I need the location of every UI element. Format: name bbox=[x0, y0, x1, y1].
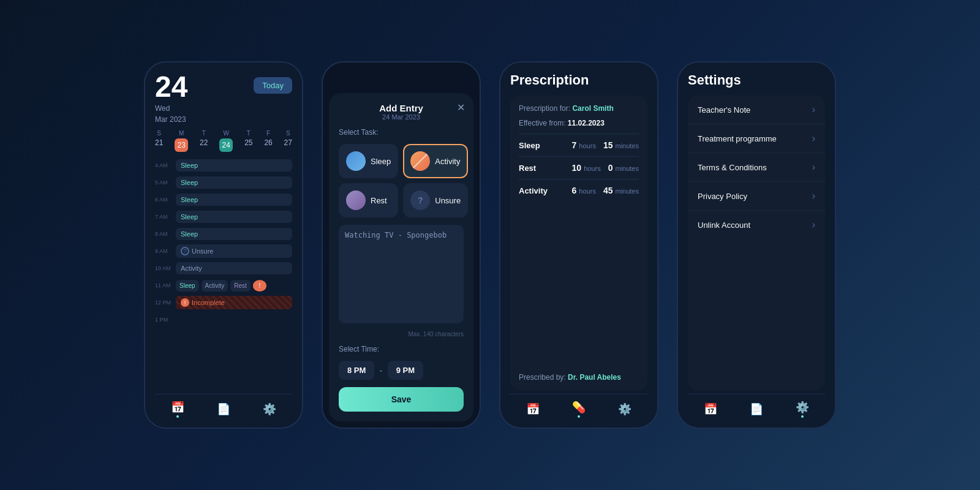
time-row: 5 AM Sleep bbox=[155, 175, 292, 190]
sleep-task-button[interactable]: Sleep bbox=[339, 144, 398, 178]
nav-calendar[interactable]: 📅 bbox=[171, 401, 184, 418]
save-button[interactable]: Save bbox=[339, 387, 464, 412]
modal-date: 24 Mar 2023 bbox=[339, 113, 464, 121]
month-year: Mar 2023 bbox=[155, 115, 187, 124]
time-separator: - bbox=[379, 365, 382, 376]
sleep-block: Sleep bbox=[176, 211, 292, 223]
time-selector: 8 PM - 9 PM bbox=[339, 361, 464, 380]
chevron-right-icon: › bbox=[812, 104, 815, 115]
nav-document[interactable]: 📄 bbox=[750, 402, 763, 416]
unsure-task-button[interactable]: ? Unsure bbox=[403, 183, 468, 217]
nav-settings[interactable]: ⚙️ bbox=[796, 401, 809, 418]
nav-settings[interactable]: ⚙️ bbox=[618, 402, 631, 416]
settings-card: Teacher's Note › Treatment programme › T… bbox=[688, 96, 825, 390]
sleep-block: Sleep bbox=[176, 194, 292, 206]
today-button[interactable]: Today bbox=[254, 77, 292, 94]
day-number: 24 bbox=[155, 72, 187, 102]
sleep-block: Sleep bbox=[176, 176, 292, 189]
phone-settings: Settings Teacher's Note › Treatment prog… bbox=[677, 61, 836, 429]
chevron-right-icon: › bbox=[812, 190, 815, 202]
pill-icon: 💊 bbox=[572, 401, 586, 414]
week-day-sat[interactable]: S 27 bbox=[284, 130, 292, 152]
sleep-block: Sleep bbox=[176, 228, 292, 240]
prescribed-by: Prescribed by: Dr. Paul Abeles bbox=[519, 373, 639, 382]
week-day-mon[interactable]: M 23 bbox=[175, 130, 188, 152]
char-limit-label: Max. 140 characters bbox=[339, 331, 464, 337]
sleep-prescription-row: Sleep 7 hours 15 minutes bbox=[519, 140, 639, 150]
time-row: 10 AM Activity bbox=[155, 261, 292, 276]
week-day-sun[interactable]: S 21 bbox=[155, 130, 163, 152]
week-day-wed[interactable]: W 24 bbox=[219, 130, 233, 152]
date-display: 24 Wed Mar 2023 bbox=[155, 72, 187, 124]
gear-icon: ⚙️ bbox=[796, 401, 809, 414]
task-grid: Sleep Activity Rest ? Unsure bbox=[339, 144, 464, 217]
phone-nav: 📅 💊 ⚙️ bbox=[510, 394, 647, 418]
rest-task-icon bbox=[346, 190, 366, 210]
nav-calendar[interactable]: 📅 bbox=[526, 402, 540, 416]
time-row: 4 AM Sleep bbox=[155, 158, 292, 173]
week-day-thu[interactable]: T 25 bbox=[244, 130, 252, 152]
chevron-right-icon: › bbox=[812, 162, 815, 173]
gear-icon: ⚙️ bbox=[263, 403, 276, 415]
modal-header: Add Entry 24 Mar 2023 ✕ bbox=[339, 103, 464, 121]
incomplete-block: ! Incomplete bbox=[176, 296, 292, 309]
time-row: 12 PM ! Incomplete bbox=[155, 295, 292, 310]
unsure-task-icon: ? bbox=[410, 190, 430, 210]
time-row: 8 AM Sleep bbox=[155, 227, 292, 241]
prescription-effective: Effective from: 11.02.2023 bbox=[519, 119, 639, 127]
settings-item-unlink[interactable]: Unlink Account › bbox=[688, 211, 825, 239]
phone-add-entry: Add Entry 24 Mar 2023 ✕ Select Task: Sle… bbox=[322, 61, 481, 429]
modal-title: Add Entry bbox=[339, 103, 464, 113]
nav-settings[interactable]: ⚙️ bbox=[263, 402, 276, 416]
time-end-box[interactable]: 9 PM bbox=[388, 361, 423, 380]
rest-task-button[interactable]: Rest bbox=[339, 183, 398, 217]
activity-task-button[interactable]: Activity bbox=[403, 144, 468, 178]
settings-item-terms[interactable]: Terms & Conditions › bbox=[688, 153, 825, 182]
settings-item-treatment[interactable]: Treatment programme › bbox=[688, 124, 825, 153]
settings-item-privacy[interactable]: Privacy Policy › bbox=[688, 182, 825, 211]
activity-description-input[interactable]: Watching TV - Spongebob bbox=[339, 225, 464, 323]
document-icon: 📄 bbox=[750, 403, 763, 415]
multi-block-row: Sleep Activity Rest ! bbox=[176, 280, 292, 292]
phone-prescription: Prescription Prescription for: Carol Smi… bbox=[499, 61, 658, 429]
phone-calendar: 24 Wed Mar 2023 Today S 21 M 23 T 22 W 2… bbox=[144, 61, 303, 429]
week-day-tue[interactable]: T 22 bbox=[200, 130, 208, 152]
sleep-block: Sleep bbox=[176, 159, 292, 172]
activity-block: Activity bbox=[176, 262, 292, 274]
prescription-title: Prescription bbox=[510, 72, 647, 88]
close-button[interactable]: ✕ bbox=[457, 102, 465, 113]
divider bbox=[519, 156, 639, 157]
calendar-icon: 📅 bbox=[526, 403, 540, 415]
calendar-header: 24 Wed Mar 2023 Today bbox=[155, 72, 292, 124]
prescription-card: Prescription for: Carol Smith Effective … bbox=[510, 96, 647, 390]
phone-nav: 📅 📄 ⚙️ bbox=[688, 394, 825, 418]
settings-title: Settings bbox=[688, 72, 825, 88]
sleep-task-icon bbox=[346, 151, 366, 171]
calendar-icon: 📅 bbox=[171, 401, 184, 414]
rest-prescription-row: Rest 10 hours 0 minutes bbox=[519, 163, 639, 173]
nav-document[interactable]: 📄 bbox=[217, 402, 230, 416]
settings-item-teachers-note[interactable]: Teacher's Note › bbox=[688, 96, 825, 124]
activity-task-icon bbox=[410, 151, 430, 171]
time-row: 6 AM Sleep bbox=[155, 192, 292, 207]
calendar-icon: 📅 bbox=[704, 403, 717, 415]
nav-pill[interactable]: 💊 bbox=[572, 401, 586, 418]
time-row: 7 AM Sleep bbox=[155, 209, 292, 224]
time-row: 11 AM Sleep Activity Rest ! bbox=[155, 278, 292, 293]
divider bbox=[519, 179, 639, 179]
select-task-label: Select Task: bbox=[339, 128, 464, 137]
activity-prescription-row: Activity 6 hours 45 minutes bbox=[519, 186, 639, 195]
nav-calendar[interactable]: 📅 bbox=[704, 402, 717, 416]
chevron-right-icon: › bbox=[812, 133, 815, 144]
unsure-block: ? Unsure bbox=[176, 244, 292, 258]
select-time-label: Select Time: bbox=[339, 345, 464, 353]
week-day-fri[interactable]: F 26 bbox=[264, 130, 272, 152]
divider bbox=[519, 134, 639, 134]
time-row: 1 PM bbox=[155, 312, 292, 327]
time-row: 9 AM ? Unsure bbox=[155, 244, 292, 258]
gear-icon: ⚙️ bbox=[618, 403, 631, 415]
time-start-box[interactable]: 8 PM bbox=[339, 361, 374, 380]
prescription-for: Prescription for: Carol Smith bbox=[519, 104, 639, 113]
day-name: Wed bbox=[155, 104, 187, 113]
add-entry-modal: Add Entry 24 Mar 2023 ✕ Select Task: Sle… bbox=[329, 93, 473, 421]
